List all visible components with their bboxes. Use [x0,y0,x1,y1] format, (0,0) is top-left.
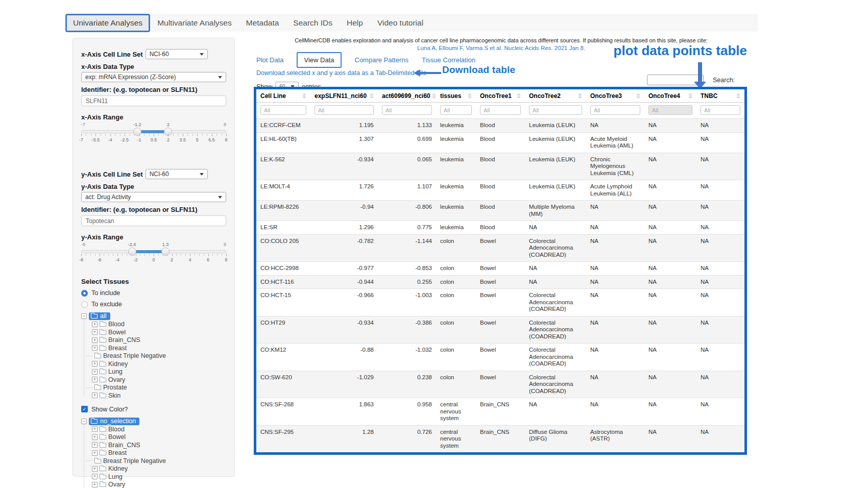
sort-icon[interactable] [688,93,692,99]
tree-node-breast[interactable]: +Breast [92,449,226,457]
filter-input-act609699-nci60[interactable] [382,105,432,115]
tab-view-data[interactable]: View Data [297,52,341,68]
tissue-include-radio[interactable]: To include [81,289,226,297]
table-row[interactable]: CO:HCT-116-0.9440.255colonBowelNANANANA [256,275,744,289]
tree-node-brain-cns[interactable]: +Brain_CNS [92,441,226,449]
tree-node-skin[interactable]: +Skin [92,392,226,400]
filter-input-oncotree1[interactable] [480,105,521,115]
column-header-expslfn11-nci60[interactable]: expSLFN11_nci60 [310,89,378,103]
table-row[interactable]: LE:RPMI-8226-0.94-0.806leukemiaBloodMult… [256,201,744,221]
nav-tab-univariate-analyses[interactable]: Univariate Analyses [65,14,150,32]
sort-icon[interactable] [302,93,306,99]
tree-node-breast-triple-negative[interactable]: Breast Triple Negative [92,457,226,465]
tree-root-label[interactable]: all [89,312,110,320]
radio-unselected-icon[interactable] [81,301,88,308]
tree-root-all[interactable]: − all [81,312,226,321]
tree-node-ovary[interactable]: +Ovary [92,481,226,488]
column-header-oncotree4[interactable]: OncoTree4 [644,89,696,103]
column-header-cell-line[interactable]: Cell Line [256,89,310,103]
tree-node-blood[interactable]: +Blood [92,425,226,433]
sort-icon[interactable] [468,93,472,99]
filter-input-oncotree2[interactable] [529,105,582,115]
filter-input-oncotree3[interactable] [590,105,640,115]
column-header-oncotree1[interactable]: OncoTree1 [476,89,525,103]
x-axis-range-slider[interactable]: -7 -1.2 2 8 -7-5.5-4-2.5-10.523.556.58 [81,122,226,145]
column-header-tissues[interactable]: tissues [436,89,476,103]
y-axis-range-slider[interactable]: -8 -2.4 1.3 8 -8-6-4-202468 [81,242,226,265]
tree-node-kidney[interactable]: +Kidney [92,360,226,368]
sort-icon[interactable] [517,93,521,99]
tree-expand-icon[interactable]: + [92,329,98,335]
tree-expand-icon[interactable]: + [92,337,98,343]
tree-node-bowel[interactable]: +Bowel [92,433,226,442]
table-row[interactable]: CNS:SF-2681.8630.958central nervous syst… [256,398,744,426]
column-header-oncotree3[interactable]: OncoTree3 [586,89,644,103]
y-data-type-select[interactable]: act: Drug Activity [81,192,226,202]
radio-selected-icon[interactable] [81,290,88,297]
sort-icon[interactable] [636,93,640,99]
download-tsv-link[interactable]: Download selected x and y axis data as a… [256,69,426,77]
table-row[interactable]: LE:HL-60(TB)1.3070.699leukemiaBloodLeuke… [256,132,744,153]
nav-tab-multivariate-analyses[interactable]: Multivariate Analyses [150,14,239,32]
tree-node-ovary[interactable]: +Ovary [92,376,226,384]
y-identifier-input[interactable] [81,215,226,226]
tree-node-prostate[interactable]: Prostate [92,384,226,392]
table-row[interactable]: CO:HCC-2998-0.977-0.853colonBowelNANANAN… [256,262,744,276]
nav-tab-video-tutorial[interactable]: Video tutorial [370,14,430,32]
tree-expand-icon[interactable]: + [92,369,98,375]
tree-root-no-selection[interactable]: − no_selection [81,418,226,426]
tree-expand-icon[interactable]: + [92,434,98,440]
table-row[interactable]: CO:KM12-0.88-1.032colonBowelColorectal A… [256,344,744,371]
x-cell-line-set-select[interactable]: NCI-60 [146,49,208,59]
tree-expand-icon[interactable]: + [92,345,98,351]
nav-tab-metadata[interactable]: Metadata [239,14,286,32]
sort-icon[interactable] [736,93,740,99]
tree-expand-icon[interactable]: + [92,361,98,367]
table-row[interactable]: CO:HT29-0.934-0.386colonBowelColorectal … [256,316,744,344]
sort-icon[interactable] [432,93,436,99]
table-row[interactable]: LE:CCRF-CEM1.1951.133leukemiaBloodLeukem… [256,119,744,133]
filter-input-tnbc[interactable] [701,105,740,115]
tree-node-blood[interactable]: +Blood [92,321,226,329]
table-row[interactable]: LE:MOLT-41.7261.107leukemiaBloodLeukemia… [256,180,744,201]
tree-node-kidney[interactable]: +Kidney [92,465,226,473]
column-header-tnbc[interactable]: TNBC [696,89,744,103]
tree-expand-icon[interactable]: + [92,482,98,487]
table-row[interactable]: CO:SW-620-1.0290.238colonBowelColorectal… [256,371,744,398]
tree-expand-icon[interactable]: + [92,393,98,398]
x-identifier-input[interactable] [81,95,226,106]
nav-tab-help[interactable]: Help [340,14,370,32]
column-header-act609699-nci60[interactable]: act609699_nci60 [378,89,436,103]
table-row[interactable]: LE:SR1.2960.775leukemiaBloodNANANANA [256,221,744,235]
x-data-type-select[interactable]: exp: mRNA Expression (Z-Score) [81,72,226,82]
table-row[interactable]: CO:COLO 205-0.782-1.144colonBowelColorec… [256,234,744,262]
tree-node-breast-triple-negative[interactable]: Breast Triple Negative [92,352,226,360]
y-cell-line-set-select[interactable]: NCI-60 [146,169,208,179]
column-header-oncotree2[interactable]: OncoTree2 [525,89,586,103]
filter-input-oncotree4[interactable] [648,105,692,115]
tree-collapse-icon[interactable]: − [81,313,87,319]
tree-collapse-icon[interactable]: − [81,419,87,424]
tree-node-bowel[interactable]: +Bowel [92,328,226,336]
tree-node-breast[interactable]: +Breast [92,344,226,352]
tree-node-lung[interactable]: +Lung [92,368,226,376]
table-row[interactable]: CO:HCT-15-0.966-1.003colonBowelColorecta… [256,289,744,316]
sort-icon[interactable] [578,93,582,99]
tree-expand-icon[interactable]: + [92,322,98,327]
table-row[interactable]: CNS:SF-2951.280.726central nervous syste… [256,425,744,452]
tree-expand-icon[interactable]: + [92,426,98,432]
tissue-exclude-radio[interactable]: To exclude [81,301,226,308]
tree-expand-icon[interactable]: + [92,442,98,448]
tab-tissue-correlation[interactable]: Tissue Correlation [422,56,475,64]
tree-root-label[interactable]: no_selection [89,418,139,425]
nav-tab-search-ids[interactable]: Search IDs [286,14,340,32]
checkbox-checked-icon[interactable]: ✓ [81,406,88,412]
tab-compare-patterns[interactable]: Compare Patterns [355,56,409,64]
filter-input-cell-line[interactable] [260,105,306,115]
filter-input-tissues[interactable] [440,105,472,115]
tree-expand-icon[interactable]: + [92,377,98,382]
tree-node-brain-cns[interactable]: +Brain_CNS [92,336,226,345]
tree-expand-icon[interactable]: + [92,474,98,479]
tree-expand-icon[interactable]: + [92,466,98,472]
tab-plot-data[interactable]: Plot Data [256,56,283,64]
